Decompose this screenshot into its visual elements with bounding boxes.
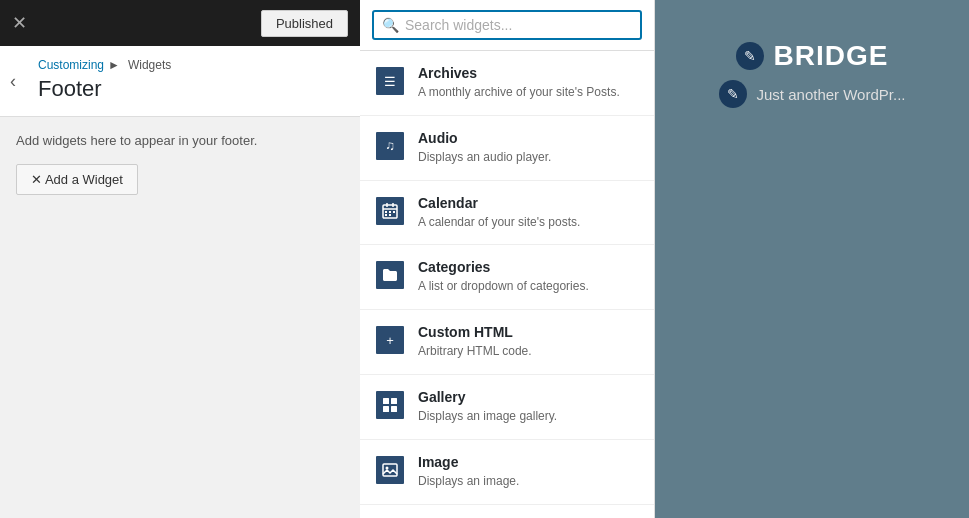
widget-icon (376, 456, 404, 484)
widget-name: Gallery (418, 389, 638, 405)
svg-rect-9 (383, 398, 389, 404)
svg-rect-4 (385, 211, 387, 213)
widget-info: Custom HTMLArbitrary HTML code. (418, 324, 638, 360)
list-item[interactable]: ☰ArchivesA monthly archive of your site'… (360, 51, 654, 116)
site-logo-icon: ✎ (736, 42, 764, 70)
widget-desc: Displays an image gallery. (418, 408, 638, 425)
helper-text: Add widgets here to appear in your foote… (16, 133, 344, 148)
site-tagline-wrap: ✎ Just another WordPr... (719, 80, 906, 108)
widget-info: ImageDisplays an image. (418, 454, 638, 490)
widget-info: ArchivesA monthly archive of your site's… (418, 65, 638, 101)
close-button[interactable]: ✕ (12, 14, 27, 32)
widget-desc: Arbitrary HTML code. (418, 343, 638, 360)
svg-rect-5 (389, 211, 391, 213)
widget-name: Archives (418, 65, 638, 81)
search-bar: 🔍 (360, 0, 654, 51)
list-item[interactable]: ♫AudioDisplays an audio player. (360, 116, 654, 181)
site-name: BRIDGE (774, 40, 889, 72)
back-button[interactable]: ‹ (0, 63, 28, 100)
search-input[interactable] (405, 17, 632, 33)
published-button[interactable]: Published (261, 10, 348, 37)
site-tagline: Just another WordPr... (757, 86, 906, 103)
widget-name: Custom HTML (418, 324, 638, 340)
svg-rect-8 (389, 214, 391, 216)
widget-icon: + (376, 326, 404, 354)
search-icon: 🔍 (382, 17, 399, 33)
widget-info: CalendarA calendar of your site's posts. (418, 195, 638, 231)
widget-icon: ♫ (376, 132, 404, 160)
breadcrumb-customizing-link[interactable]: Customizing (38, 58, 104, 72)
site-tagline-icon: ✎ (719, 80, 747, 108)
list-item[interactable]: GalleryDisplays an image gallery. (360, 375, 654, 440)
widget-name: Calendar (418, 195, 638, 211)
widget-icon (376, 261, 404, 289)
list-item[interactable]: CategoriesA list or dropdown of categori… (360, 245, 654, 310)
widget-name: Audio (418, 130, 638, 146)
widget-icon: ☰ (376, 67, 404, 95)
site-title-preview: ✎ BRIDGE (736, 40, 889, 72)
svg-rect-10 (391, 398, 397, 404)
breadcrumb-widgets: Widgets (128, 58, 171, 72)
svg-rect-6 (393, 211, 395, 213)
add-widget-button[interactable]: ✕ Add a Widget (16, 164, 138, 195)
widget-desc: Displays an audio player. (418, 149, 638, 166)
list-item[interactable]: ImageDisplays an image. (360, 440, 654, 505)
list-item[interactable]: CalendarA calendar of your site's posts. (360, 181, 654, 246)
widget-list: ☰ArchivesA monthly archive of your site'… (360, 51, 654, 518)
widget-name: Image (418, 454, 638, 470)
widget-picker: 🔍 ☰ArchivesA monthly archive of your sit… (360, 0, 655, 518)
search-input-wrap[interactable]: 🔍 (372, 10, 642, 40)
widget-desc: A calendar of your site's posts. (418, 214, 638, 231)
widget-desc: A list or dropdown of categories. (418, 278, 638, 295)
preview-area: ✎ BRIDGE ✎ Just another WordPr... (655, 0, 969, 518)
widget-desc: A monthly archive of your site's Posts. (418, 84, 638, 101)
list-item[interactable]: +Custom HTMLArbitrary HTML code. (360, 310, 654, 375)
top-bar: ✕ Published (0, 0, 360, 46)
widget-icon (376, 391, 404, 419)
svg-rect-12 (391, 406, 397, 412)
breadcrumb-sep: ► (108, 58, 120, 72)
widget-info: GalleryDisplays an image gallery. (418, 389, 638, 425)
section-header: ‹ Customizing ► Widgets Footer (0, 46, 360, 117)
breadcrumb: Customizing ► Widgets (38, 58, 344, 72)
widget-name: Categories (418, 259, 638, 275)
widget-icon (376, 197, 404, 225)
customizer-panel: ✕ Published ‹ Customizing ► Widgets Foot… (0, 0, 360, 518)
widget-desc: Displays an image. (418, 473, 638, 490)
svg-rect-7 (385, 214, 387, 216)
section-content: Add widgets here to appear in your foote… (0, 117, 360, 518)
svg-rect-13 (383, 464, 397, 476)
widget-info: CategoriesA list or dropdown of categori… (418, 259, 638, 295)
svg-rect-11 (383, 406, 389, 412)
section-title: Footer (38, 76, 344, 102)
widget-info: AudioDisplays an audio player. (418, 130, 638, 166)
